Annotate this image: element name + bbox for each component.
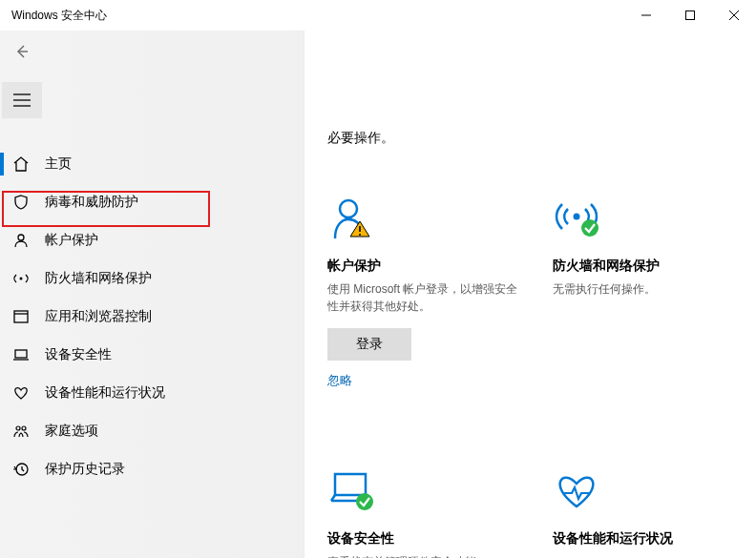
minimize-button[interactable]: [624, 0, 668, 31]
sidebar-item-home[interactable]: 主页: [0, 145, 304, 183]
window-title: Windows 安全中心: [11, 8, 107, 24]
svg-point-20: [574, 214, 580, 220]
sidebar-item-firewall[interactable]: 防火墙和网络保护: [0, 259, 304, 298]
card-account: 帐户保护 使用 Microsoft 帐户登录，以增强安全性并获得其他好处。 登录…: [327, 193, 518, 389]
person-icon: [12, 232, 30, 249]
card-desc: 使用 Microsoft 帐户登录，以增强安全性并获得其他好处。: [327, 280, 518, 315]
card-desc: 查看状态并管理硬件安全功能。: [327, 553, 518, 558]
svg-point-8: [18, 235, 24, 240]
card-grid: 帐户保护 使用 Microsoft 帐户登录，以增强安全性并获得其他好处。 登录…: [327, 193, 733, 558]
svg-point-19: [359, 234, 361, 236]
nav-list: 主页 病毒和威胁防护 帐户保护 防火墙和网络保护: [0, 145, 304, 488]
svg-rect-12: [15, 350, 27, 358]
sidebar-item-label: 病毒和威胁防护: [45, 194, 138, 211]
sidebar-item-label: 设备性能和运行状况: [45, 384, 165, 402]
sidebar-item-account[interactable]: 帐户保护: [0, 221, 304, 259]
svg-point-9: [20, 278, 23, 280]
sidebar-item-label: 防火墙和网络保护: [45, 270, 152, 287]
window-icon: [12, 308, 30, 325]
card-title: 设备安全性: [327, 530, 518, 548]
heart-icon: [12, 384, 30, 402]
laptop-check-icon: [327, 465, 518, 517]
content-area: 必要操作。 帐户保护 使用 Microsoft 帐户登录，以增强安全性并获得其他…: [304, 31, 756, 558]
sidebar-item-label: 主页: [45, 155, 72, 173]
card-title: 防火墙和网络保护: [553, 258, 744, 275]
sidebar-item-device[interactable]: 设备安全性: [0, 336, 304, 374]
broadcast-check-icon: [553, 193, 744, 244]
sidebar-item-virus[interactable]: 病毒和威胁防护: [0, 183, 304, 221]
svg-rect-10: [14, 311, 28, 322]
svg-point-23: [356, 493, 373, 510]
hamburger-button[interactable]: [2, 82, 42, 118]
svg-point-14: [16, 426, 20, 430]
close-button[interactable]: [712, 0, 756, 31]
card-title: 帐户保护: [327, 258, 518, 275]
card-firewall: 防火墙和网络保护 无需执行任何操作。: [553, 193, 744, 389]
intro-text: 必要操作。: [327, 130, 733, 147]
family-icon: [12, 423, 30, 440]
dismiss-link[interactable]: 忽略: [327, 372, 352, 389]
card-title: 设备性能和运行状况: [553, 530, 744, 548]
signin-button[interactable]: 登录: [327, 328, 411, 361]
svg-point-17: [340, 200, 357, 217]
svg-rect-22: [335, 474, 366, 495]
sidebar-item-label: 应用和浏览器控制: [45, 308, 152, 325]
titlebar: Windows 安全中心: [0, 0, 756, 31]
heart-pulse-icon: [553, 465, 744, 517]
sidebar-item-health[interactable]: 设备性能和运行状况: [0, 374, 304, 412]
shield-icon: [12, 194, 30, 211]
card-device: 设备安全性 查看状态并管理硬件安全功能。: [327, 465, 518, 558]
history-icon: [12, 461, 30, 478]
svg-point-15: [22, 426, 26, 430]
sidebar: 主页 病毒和威胁防护 帐户保护 防火墙和网络保护: [0, 31, 304, 558]
broadcast-icon: [12, 270, 30, 287]
sidebar-item-appbrowser[interactable]: 应用和浏览器控制: [0, 298, 304, 336]
sidebar-item-label: 保护历史记录: [45, 461, 125, 478]
card-desc: 无需执行任何操作。: [553, 280, 744, 298]
laptop-icon: [12, 346, 30, 363]
sidebar-item-history[interactable]: 保护历史记录: [0, 450, 304, 488]
svg-point-21: [581, 219, 598, 237]
home-icon: [12, 155, 30, 173]
svg-rect-1: [686, 11, 695, 20]
sidebar-item-label: 帐户保护: [45, 232, 98, 249]
card-health: 设备性能和运行状况: [553, 465, 744, 558]
back-button[interactable]: [2, 34, 42, 69]
sidebar-item-label: 家庭选项: [45, 423, 98, 440]
person-warning-icon: [327, 193, 518, 244]
sidebar-item-label: 设备安全性: [45, 346, 112, 363]
maximize-button[interactable]: [668, 0, 712, 31]
sidebar-item-family[interactable]: 家庭选项: [0, 412, 304, 450]
